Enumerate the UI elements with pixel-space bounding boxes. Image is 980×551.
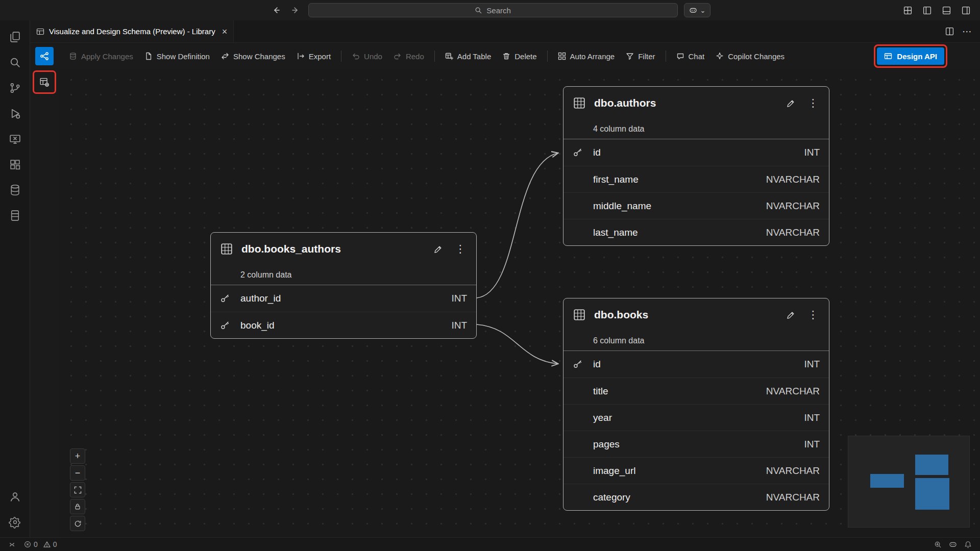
filter-icon: [626, 52, 634, 60]
extensions-icon[interactable]: [3, 152, 27, 177]
problems-indicator[interactable]: 0 0: [21, 538, 60, 551]
split-editor-icon[interactable]: [945, 27, 954, 36]
table-name: dbo.books: [594, 309, 648, 321]
table-card-authors[interactable]: dbo.authors ⋮ 4 column data: [563, 86, 829, 246]
table-row[interactable]: id INT: [564, 351, 829, 378]
reset-view-button[interactable]: [70, 516, 85, 531]
apply-changes-button[interactable]: Apply Changes: [64, 48, 138, 64]
table-subtitle: 4 column data: [564, 119, 829, 139]
design-api-icon: [884, 52, 892, 60]
table-card-books[interactable]: dbo.books ⋮ 6 column data: [563, 298, 829, 511]
table-row[interactable]: category NVARCHAR: [564, 484, 829, 510]
minimap[interactable]: [848, 436, 970, 528]
table-row[interactable]: pages INT: [564, 431, 829, 457]
column-name: author_id: [240, 293, 281, 304]
source-control-icon[interactable]: [3, 76, 27, 100]
trash-icon: [502, 52, 510, 60]
table-card-books-authors[interactable]: dbo.books_authors ⋮ 2 column data: [210, 232, 477, 339]
copilot-changes-button[interactable]: Copilot Changes: [710, 48, 790, 64]
navigate-forward-button[interactable]: [289, 4, 302, 17]
zoom-out-button[interactable]: −: [70, 465, 85, 481]
show-changes-label: Show Changes: [233, 52, 285, 61]
table-subtitle: 6 column data: [564, 331, 829, 351]
schema-canvas[interactable]: dbo.books_authors ⋮ 2 column data: [59, 69, 980, 537]
design-api-label: Design API: [897, 52, 937, 61]
copilot-menu-button[interactable]: ⌄: [684, 3, 711, 17]
navigate-back-button[interactable]: [270, 4, 283, 17]
zoom-in-button[interactable]: +: [70, 448, 85, 464]
edit-table-icon[interactable]: [783, 95, 798, 111]
table-menu-icon[interactable]: ⋮: [805, 307, 821, 322]
column-name: year: [593, 412, 612, 423]
toggle-panel-icon[interactable]: [941, 5, 951, 15]
redo-button[interactable]: Redo: [388, 48, 429, 64]
chevron-down-icon: ⌄: [700, 7, 706, 14]
primary-key-icon: [220, 293, 240, 304]
lock-button[interactable]: [70, 499, 85, 514]
show-changes-button[interactable]: Show Changes: [216, 48, 290, 64]
show-definition-button[interactable]: Show Definition: [139, 48, 215, 64]
warning-icon: [43, 541, 51, 548]
auto-arrange-icon: [558, 52, 566, 60]
table-card-header: dbo.books ⋮: [564, 298, 829, 331]
copilot-icon: [689, 6, 697, 14]
zoom-status-icon[interactable]: [931, 538, 945, 551]
column-name: category: [593, 492, 630, 503]
table-grid-icon: [572, 307, 587, 322]
add-table-button[interactable]: Add Table: [440, 48, 496, 64]
auto-arrange-button[interactable]: Auto Arrange: [553, 48, 620, 64]
more-actions-icon[interactable]: ⋯: [962, 26, 972, 37]
minimap-table-books-authors: [870, 474, 904, 488]
apply-changes-label: Apply Changes: [81, 52, 133, 61]
toggle-secondary-sidebar-icon[interactable]: [961, 5, 971, 15]
notifications-bell-icon[interactable]: [961, 538, 975, 551]
table-designer-button[interactable]: [35, 73, 54, 91]
table-name: dbo.books_authors: [241, 243, 341, 255]
chat-button[interactable]: Chat: [671, 48, 710, 64]
fit-to-screen-button[interactable]: [70, 482, 85, 497]
customize-layout-icon[interactable]: [902, 5, 913, 15]
relationship-line-authors: [477, 153, 558, 298]
export-button[interactable]: Export: [291, 48, 336, 64]
column-name: id: [593, 359, 601, 370]
schema-visualization-button[interactable]: [35, 47, 54, 65]
table-row[interactable]: author_id INT: [211, 285, 476, 312]
database-icon[interactable]: [3, 178, 27, 202]
search-input[interactable]: Search: [308, 3, 678, 17]
close-tab-icon[interactable]: ×: [222, 27, 228, 36]
run-debug-icon[interactable]: [3, 101, 27, 126]
column-type: INT: [804, 359, 820, 370]
schema-designer-tab-icon: [36, 28, 44, 36]
edit-table-icon[interactable]: [783, 307, 798, 322]
delete-button[interactable]: Delete: [497, 48, 542, 64]
table-row[interactable]: year INT: [564, 404, 829, 431]
table-row[interactable]: last_name NVARCHAR: [564, 219, 829, 245]
table-row[interactable]: middle_name NVARCHAR: [564, 192, 829, 219]
table-row[interactable]: title NVARCHAR: [564, 378, 829, 404]
primary-key-icon: [573, 359, 593, 370]
table-row[interactable]: first_name NVARCHAR: [564, 166, 829, 192]
edit-table-icon[interactable]: [430, 241, 446, 257]
tab-schema-designer[interactable]: Visualize and Design Schema (Preview) - …: [30, 20, 234, 42]
filter-button[interactable]: Filter: [621, 48, 660, 64]
export-label: Export: [309, 52, 331, 61]
remote-explorer-icon[interactable]: [3, 127, 27, 151]
primary-key-icon: [573, 147, 593, 158]
table-row[interactable]: book_id INT: [211, 312, 476, 338]
database-project-icon[interactable]: [3, 203, 27, 228]
column-name: first_name: [593, 174, 639, 185]
copilot-status-icon[interactable]: [946, 538, 960, 551]
design-api-button[interactable]: Design API: [877, 47, 944, 65]
search-sidebar-icon[interactable]: [3, 50, 27, 74]
table-menu-icon[interactable]: ⋮: [453, 241, 468, 257]
toggle-primary-sidebar-icon[interactable]: [922, 5, 932, 15]
settings-gear-icon[interactable]: [3, 510, 27, 534]
table-row[interactable]: id INT: [564, 139, 829, 166]
explorer-icon[interactable]: [3, 24, 27, 49]
undo-button[interactable]: Undo: [347, 48, 387, 64]
remote-indicator[interactable]: [5, 538, 19, 551]
primary-key-icon: [220, 320, 240, 331]
table-menu-icon[interactable]: ⋮: [805, 95, 821, 111]
table-row[interactable]: image_url NVARCHAR: [564, 457, 829, 484]
account-icon[interactable]: [3, 484, 27, 509]
